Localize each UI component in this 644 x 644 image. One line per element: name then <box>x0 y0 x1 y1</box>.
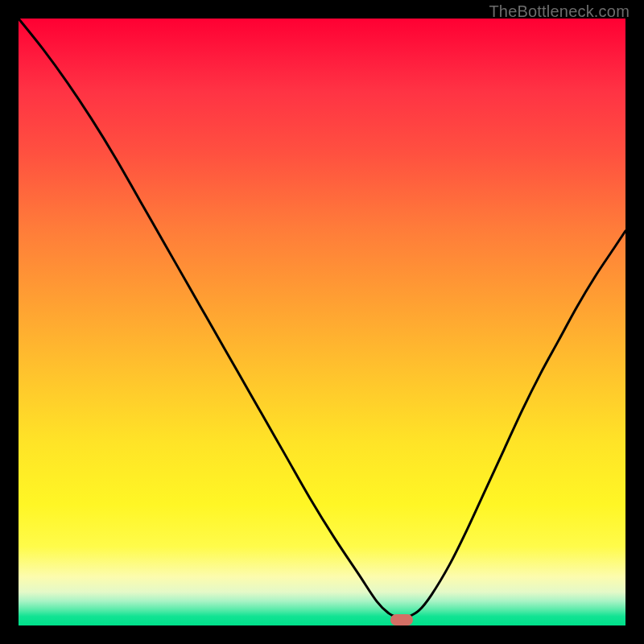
plot-area <box>19 19 625 625</box>
chart-frame: TheBottleneck.com <box>0 0 644 644</box>
bottleneck-curve <box>19 19 625 625</box>
watermark: TheBottleneck.com <box>489 2 630 21</box>
optimal-marker <box>390 614 413 625</box>
